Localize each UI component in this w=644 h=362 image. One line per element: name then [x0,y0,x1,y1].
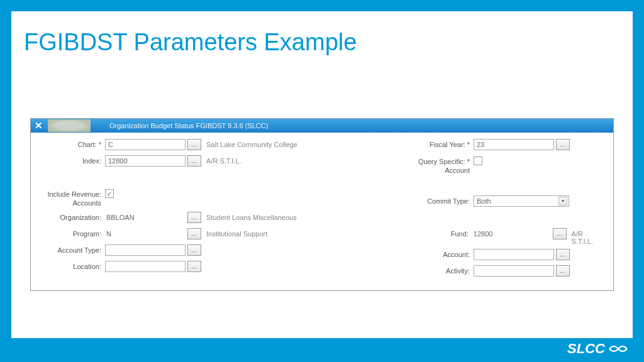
commit-type-select[interactable]: Both ▾ [474,195,569,207]
commit-type-value: Both [477,197,491,205]
index-lookup-button[interactable]: … [187,155,201,167]
location-lookup-button[interactable]: … [187,261,201,272]
fund-label: Fund: [409,228,472,238]
chart-lookup-button[interactable]: … [187,139,201,150]
index-desc: A/R S.T.I.L. [201,155,242,165]
organization-value: BBLOAN [105,212,186,221]
fund-value: 12800 [472,228,551,238]
activity-lookup-button[interactable]: … [556,265,570,277]
account-type-label: Account Type: [38,244,105,255]
activity-label: Activity: [409,265,474,275]
index-label: Index: [38,155,105,165]
program-desc: Institutional Support [201,228,267,238]
slcc-logo-icon [608,342,629,356]
fiscal-year-lookup-button[interactable]: … [556,139,570,150]
chart-input[interactable] [105,139,186,150]
account-type-input[interactable] [105,244,186,256]
program-label: Program: [38,228,105,238]
index-input[interactable] [105,155,186,167]
organization-label: Organization: [38,212,105,222]
org-logo [48,119,91,132]
fund-desc: A/R S.T.I.L. [567,228,606,245]
column-left: Chart: * … Salt Lake Community College I… [38,139,409,282]
query-specific-label: Query Specific: * Account [409,155,474,175]
column-right: Fiscal Year: * … Query Specific: * Accou… [409,139,606,282]
activity-input[interactable] [474,265,554,277]
fiscal-year-label: Fiscal Year: * [409,139,474,149]
query-specific-checkbox[interactable] [474,156,482,165]
include-revenue-label: Include Revenue: Accounts [38,188,105,208]
fund-lookup-button[interactable]: … [553,228,567,239]
location-input[interactable] [105,261,186,272]
footer-brand: SLCC [567,341,629,357]
account-type-lookup-button[interactable]: … [187,244,201,256]
chart-label: Chart: * [38,139,105,149]
organization-desc: Student Loans Miscellaneous [201,212,297,221]
location-label: Location: [38,261,105,271]
form-header: ✕ Organization Budget Status FGIBDST 9.3… [31,119,613,133]
include-revenue-checkbox[interactable]: ✓ [105,189,114,198]
account-input[interactable] [474,249,554,260]
form-body: Chart: * … Salt Lake Community College I… [31,133,613,290]
account-label: Account: [409,249,474,259]
commit-type-label: Commit Type: [409,195,474,206]
close-icon[interactable]: ✕ [31,120,48,131]
chevron-down-icon: ▾ [558,197,567,206]
fiscal-year-input[interactable] [474,139,554,150]
form-panel: ✕ Organization Budget Status FGIBDST 9.3… [30,118,614,291]
form-title: Organization Budget Status FGIBDST 9.3.6… [109,122,268,129]
program-lookup-button[interactable]: … [187,228,201,239]
slide-title: FGIBDST Parameters Example [11,11,633,62]
account-lookup-button[interactable]: … [556,249,570,260]
program-value: N [105,228,186,238]
organization-lookup-button[interactable]: … [187,212,201,223]
chart-desc: Salt Lake Community College [201,139,297,148]
